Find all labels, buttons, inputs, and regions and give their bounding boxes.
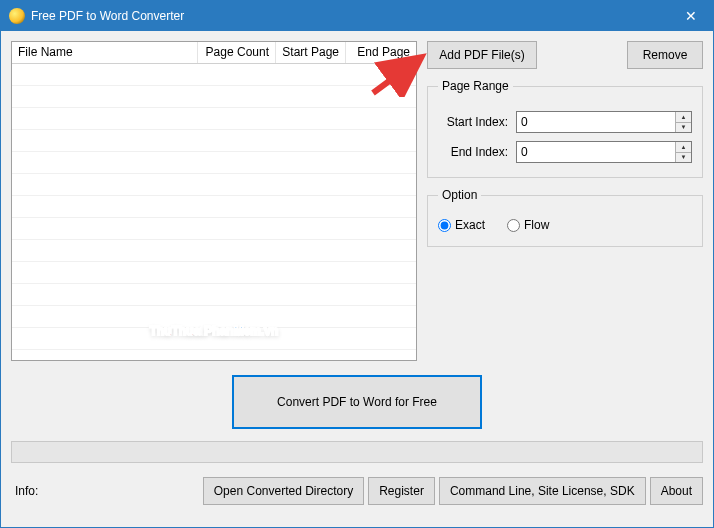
page-range-group: Page Range Start Index: ▲ ▼ End Index:	[427, 79, 703, 178]
cmdline-button[interactable]: Command Line, Site License, SDK	[439, 477, 646, 505]
watermark: ThuThuatPhanMem.vn	[150, 311, 279, 342]
flow-label: Flow	[524, 218, 549, 232]
col-header-filename[interactable]: File Name	[12, 42, 198, 63]
end-index-down[interactable]: ▼	[676, 153, 691, 163]
about-button[interactable]: About	[650, 477, 703, 505]
convert-row: Convert PDF to Word for Free	[11, 369, 703, 431]
remove-button[interactable]: Remove	[627, 41, 703, 69]
info-label: Info:	[11, 484, 38, 498]
app-icon	[9, 8, 25, 24]
exact-radio-wrap[interactable]: Exact	[438, 218, 485, 232]
option-row: Exact Flow	[438, 218, 692, 232]
top-row: File Name Page Count Start Page End Page…	[11, 41, 703, 361]
bottom-row: Info: Open Converted Directory Register …	[11, 471, 703, 505]
side-top-buttons: Add PDF File(s) Remove	[427, 41, 703, 69]
grid-rows[interactable]: ThuThuatPhanMem.vn	[12, 64, 416, 360]
start-index-up[interactable]: ▲	[676, 112, 691, 123]
register-button[interactable]: Register	[368, 477, 435, 505]
exact-label: Exact	[455, 218, 485, 232]
side-panel: Add PDF File(s) Remove Page Range Start …	[427, 41, 703, 361]
titlebar: Free PDF to Word Converter ✕	[1, 1, 713, 31]
start-index-down[interactable]: ▼	[676, 123, 691, 133]
start-index-label: Start Index:	[438, 115, 508, 129]
app-window: Free PDF to Word Converter ✕ File Name P…	[0, 0, 714, 528]
start-index-spin-buttons: ▲ ▼	[675, 112, 691, 132]
window-body: File Name Page Count Start Page End Page…	[1, 31, 713, 527]
col-header-pagecount[interactable]: Page Count	[198, 42, 276, 63]
start-index-spinner[interactable]: ▲ ▼	[516, 111, 692, 133]
end-index-row: End Index: ▲ ▼	[438, 141, 692, 163]
start-index-input[interactable]	[517, 112, 675, 132]
watermark-part2: PhanMem.vn	[204, 324, 278, 338]
end-index-spin-buttons: ▲ ▼	[675, 142, 691, 162]
end-index-input[interactable]	[517, 142, 675, 162]
col-header-endpage[interactable]: End Page	[346, 42, 416, 63]
add-pdf-button[interactable]: Add PDF File(s)	[427, 41, 537, 69]
end-index-spinner[interactable]: ▲ ▼	[516, 141, 692, 163]
option-group: Option Exact Flow	[427, 188, 703, 247]
exact-radio[interactable]	[438, 219, 451, 232]
page-range-legend: Page Range	[438, 79, 513, 93]
close-button[interactable]: ✕	[668, 1, 713, 31]
end-index-label: End Index:	[438, 145, 508, 159]
window-title: Free PDF to Word Converter	[31, 9, 668, 23]
flow-radio-wrap[interactable]: Flow	[507, 218, 549, 232]
watermark-part1: ThuThuat	[150, 324, 205, 338]
col-header-startpage[interactable]: Start Page	[276, 42, 346, 63]
option-legend: Option	[438, 188, 481, 202]
end-index-up[interactable]: ▲	[676, 142, 691, 153]
info-bar	[11, 441, 703, 463]
convert-button[interactable]: Convert PDF to Word for Free	[232, 375, 482, 429]
start-index-row: Start Index: ▲ ▼	[438, 111, 692, 133]
flow-radio[interactable]	[507, 219, 520, 232]
grid-header: File Name Page Count Start Page End Page	[12, 42, 416, 64]
file-grid[interactable]: File Name Page Count Start Page End Page…	[11, 41, 417, 361]
open-converted-dir-button[interactable]: Open Converted Directory	[203, 477, 364, 505]
